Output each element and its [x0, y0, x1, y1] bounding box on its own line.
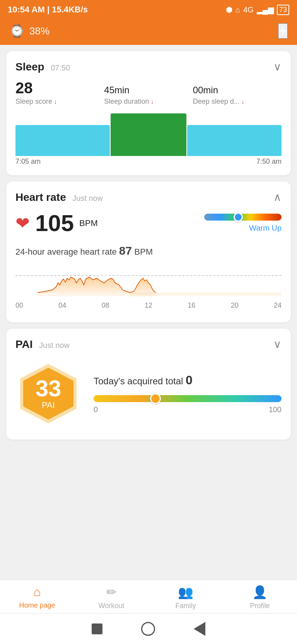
pai-stats: Today's acquired total 0 0 100 [94, 373, 282, 414]
hr-label-16: 16 [188, 301, 195, 310]
workout-icon: ✏ [106, 585, 117, 599]
hr-avg-value: 87 [119, 244, 132, 257]
sleep-bar-deep [111, 113, 186, 156]
hr-chart: 00 04 08 12 16 20 24 [15, 264, 282, 310]
pai-title: PAI [15, 338, 33, 350]
pai-title-group: PAI Just now [15, 338, 70, 351]
sleep-title: Sleep [15, 61, 44, 73]
nav-home-label: Home page [19, 601, 55, 610]
sleep-card: Sleep 07:50 ∨ 28 Sleep score ↓ 45min Sle… [6, 51, 291, 175]
hr-subtitle: Just now [72, 194, 103, 202]
pai-min: 0 [94, 405, 98, 414]
nav-workout[interactable]: ✏ Workout [74, 585, 148, 610]
sleep-score-value: 28 [15, 79, 104, 97]
deep-sleep-value: 00min [193, 79, 282, 97]
pai-inner-label: PAI [36, 400, 61, 410]
signal-icon: ⌂ [236, 5, 240, 14]
pai-subtitle: Just now [39, 341, 70, 349]
watch-icon: ⌚ [9, 24, 25, 38]
sleep-bar-light-left [15, 125, 110, 156]
hr-zone-label: Warm Up [249, 224, 282, 233]
pai-hexagon: 33 PAI [15, 361, 81, 426]
hr-chevron-up-icon[interactable]: ∧ [273, 191, 282, 204]
sleep-bars [15, 113, 282, 156]
sys-square-icon [92, 623, 102, 634]
sleep-score-down-icon: ↓ [54, 98, 57, 105]
pai-hex-inner: 33 PAI [36, 377, 61, 410]
network-icon: 4G [243, 5, 254, 14]
hr-current-value: 105 [35, 210, 74, 236]
deep-sleep-down-icon: ↓ [241, 98, 244, 105]
sleep-card-header: Sleep 07:50 ∨ [15, 60, 282, 73]
hr-label-00: 00 [15, 301, 23, 310]
hr-dashed-line [15, 275, 282, 276]
pai-range-labels: 0 100 [94, 405, 282, 414]
hr-chart-svg [15, 264, 282, 298]
hr-zone-bar [204, 214, 282, 221]
bottom-nav: ⌂ Home page ✏ Workout 👥 Family 👤 Profile [0, 580, 297, 613]
sleep-end-time: 7:50 am [256, 158, 282, 166]
add-button[interactable]: + [278, 23, 288, 39]
hr-label-08: 08 [102, 301, 109, 310]
sleep-title-group: Sleep 07:50 [15, 61, 70, 73]
hr-unit: BPM [79, 218, 98, 228]
nav-profile[interactable]: 👤 Profile [223, 585, 297, 610]
nav-family-label: Family [176, 602, 196, 610]
bluetooth-icon: ⬢ [226, 5, 232, 14]
sleep-duration-label: Sleep duration ↓ [104, 98, 193, 106]
sleep-bar-light-right [187, 125, 282, 156]
status-icons: ⬢ ⌂ 4G ▂▄▆ 73 [226, 5, 289, 15]
pai-today-value: 0 [186, 373, 193, 387]
sys-home-button[interactable] [141, 622, 155, 636]
hr-card-header: Heart rate Just now ∧ [15, 191, 282, 204]
sleep-duration-down-icon: ↓ [150, 98, 154, 105]
sleep-chart: 7:05 am 7:50 am [15, 113, 282, 164]
deep-sleep-label: Deep sleep d... ↓ [193, 98, 282, 106]
nav-profile-label: Profile [250, 602, 270, 610]
hr-avg-section: 24-hour average heart rate 87 BPM [15, 244, 282, 257]
sys-circle-icon [141, 622, 155, 636]
deep-sleep-metric: 00min Deep sleep d... ↓ [193, 79, 282, 106]
hr-zone-group: Warm Up [204, 214, 282, 233]
sleep-chevron-down-icon[interactable]: ∨ [273, 60, 282, 73]
status-time: 10:54 AM | 15.4KB/s [8, 5, 88, 15]
pai-chevron-down-icon[interactable]: ∨ [273, 338, 282, 351]
sleep-metrics: 28 Sleep score ↓ 45min Sleep duration ↓ … [15, 79, 282, 106]
pai-max: 100 [269, 405, 282, 414]
sleep-start-time: 7:05 am [15, 158, 41, 166]
nav-family[interactable]: 👥 Family [148, 585, 223, 610]
sleep-duration-metric: 45min Sleep duration ↓ [104, 79, 193, 106]
signal-bars: ▂▄▆ [257, 5, 274, 14]
hr-title-group: Heart rate Just now [15, 191, 103, 204]
hr-chart-labels: 00 04 08 12 16 20 24 [15, 301, 282, 310]
app-header: ⌚ 38% + [0, 19, 297, 45]
nav-home[interactable]: ⌂ Home page [0, 585, 74, 610]
home-icon: ⌂ [33, 585, 41, 599]
pai-progress-indicator [150, 393, 161, 404]
hr-label-04: 04 [58, 301, 66, 310]
sys-triangle-icon [194, 622, 205, 636]
battery-percent: 38% [29, 25, 50, 37]
sys-recents-button[interactable] [194, 622, 205, 636]
main-content: Sleep 07:50 ∨ 28 Sleep score ↓ 45min Sle… [0, 45, 297, 580]
sleep-score-metric: 28 Sleep score ↓ [15, 79, 104, 106]
hr-title: Heart rate [15, 191, 66, 203]
nav-workout-label: Workout [99, 602, 125, 610]
heart-rate-card: Heart rate Just now ∧ ❤ 105 BPM Warm Up … [6, 182, 291, 322]
hr-value-group: ❤ 105 BPM [15, 210, 98, 236]
hr-label-24: 24 [274, 301, 282, 310]
sleep-time-labels: 7:05 am 7:50 am [15, 158, 282, 166]
device-info: ⌚ 38% [9, 24, 50, 38]
sys-back-button[interactable] [92, 623, 102, 634]
pai-card: PAI Just now ∨ 33 PAI Today [6, 329, 291, 440]
pai-today-text: Today's acquired total 0 [94, 373, 282, 387]
hr-zone-indicator [234, 212, 243, 222]
family-icon: 👥 [178, 585, 193, 599]
pai-content: 33 PAI Today's acquired total 0 0 100 [15, 357, 282, 430]
battery-indicator: 73 [277, 5, 289, 15]
system-nav-bar [0, 613, 297, 644]
status-bar: 10:54 AM | 15.4KB/s ⬢ ⌂ 4G ▂▄▆ 73 [0, 0, 297, 19]
pai-value: 33 [36, 377, 61, 400]
profile-icon: 👤 [252, 585, 268, 599]
heart-icon: ❤ [15, 213, 30, 233]
